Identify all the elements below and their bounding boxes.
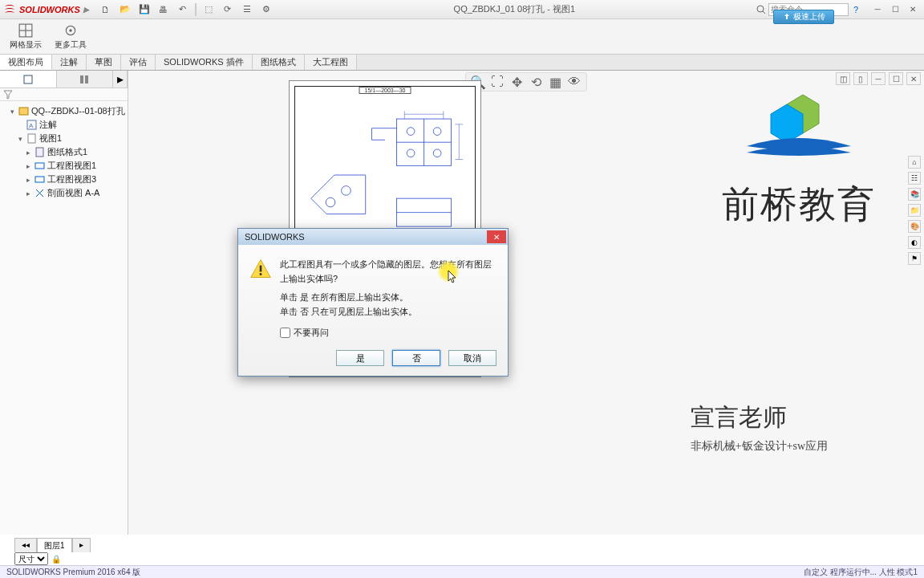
svg-rect-15 xyxy=(35,163,44,169)
window-controls: ─ ☐ ✕ xyxy=(869,3,921,16)
yes-button[interactable]: 是 xyxy=(336,350,384,366)
tab-annotation[interactable]: 注解 xyxy=(52,55,87,70)
save-icon[interactable]: 💾 xyxy=(137,2,152,17)
app-logo: SOLIDWORKS ▶ xyxy=(3,3,89,16)
cancel-button[interactable]: 取消 xyxy=(448,350,496,366)
feature-tabs: 视图布局 注解 草图 评估 SOLIDWORKS 插件 图纸格式 大工程图 xyxy=(0,55,924,71)
maximize-button[interactable]: ☐ xyxy=(887,3,903,16)
zoom-area-icon[interactable]: ⛶ xyxy=(490,75,505,89)
display-style-icon[interactable]: ▦ xyxy=(548,75,562,89)
feature-tree: ▾QQ--ZBDKJ--01-08打孔 A注解 ▾视图1 ▸图纸格式1 ▸工程图… xyxy=(0,101,128,203)
watermark-brand: 前桥教育 xyxy=(722,88,876,230)
dialog-titlebar: SOLIDWORKS ✕ xyxy=(238,229,508,245)
taskpane-library-icon[interactable]: 📚 xyxy=(908,188,921,201)
svg-point-27 xyxy=(326,197,335,207)
sheet-tab-add[interactable]: ▸ xyxy=(72,538,91,552)
panel-tab-feature[interactable] xyxy=(0,71,57,88)
minimize-button[interactable]: ─ xyxy=(869,3,886,16)
svg-point-28 xyxy=(342,186,351,196)
tab-view-layout[interactable]: 视图布局 xyxy=(0,55,52,70)
doc-min[interactable]: ─ xyxy=(871,72,886,85)
open-icon[interactable]: 📂 xyxy=(118,2,132,17)
drawing-views xyxy=(303,103,467,247)
svg-rect-13 xyxy=(28,134,35,143)
new-icon[interactable]: 🗋 xyxy=(99,2,113,17)
ribbon-grid-display[interactable]: 网格显示 xyxy=(6,21,45,52)
rotate-icon[interactable]: ⟲ xyxy=(529,75,543,89)
pan-icon[interactable]: ✥ xyxy=(509,75,524,89)
status-left: SOLIDWORKS Premium 2016 x64 版 xyxy=(6,567,140,578)
scale-select[interactable]: 尺寸 xyxy=(14,552,48,565)
panel-tab-collapse[interactable]: ▸ xyxy=(113,71,128,88)
no-button[interactable]: 否 xyxy=(392,350,440,366)
svg-point-22 xyxy=(407,149,415,157)
feature-manager-panel: ▸ ▾QQ--ZBDKJ--01-08打孔 A注解 ▾视图1 ▸图纸格式1 ▸工… xyxy=(0,71,128,535)
svg-rect-8 xyxy=(80,75,83,83)
print-icon[interactable]: 🖶 xyxy=(156,2,171,17)
grid-icon xyxy=(18,23,33,38)
tab-sketch[interactable]: 草图 xyxy=(87,55,121,70)
quick-access-toolbar: 🗋 📂 💾 🖶 ↶ ⬚ ⟳ ☰ ⚙ xyxy=(99,2,274,17)
panel-tabs: ▸ xyxy=(0,71,128,88)
taskpane-resources-icon[interactable]: ☷ xyxy=(908,172,921,185)
undo-icon[interactable]: ↶ xyxy=(176,2,190,17)
tab-large-drawing[interactable]: 大工程图 xyxy=(305,55,357,70)
doc-tile[interactable]: ▯ xyxy=(853,72,868,85)
rebuild-icon[interactable]: ⟳ xyxy=(221,2,235,17)
task-pane-tabs: ⌂ ☷ 📚 📁 🎨 ◐ ⚑ xyxy=(908,156,922,265)
upload-badge[interactable]: 极速上传 xyxy=(773,10,834,24)
svg-line-1 xyxy=(763,11,765,14)
svg-rect-14 xyxy=(36,148,43,157)
scale-lock-icon[interactable]: 🔒 xyxy=(51,555,61,564)
select-icon[interactable]: ⬚ xyxy=(201,2,216,17)
svg-rect-10 xyxy=(19,108,28,115)
doc-max[interactable]: ☐ xyxy=(889,72,903,85)
svg-point-21 xyxy=(433,128,441,136)
dialog-body: 此工程图具有一个或多个隐藏的图层。您想在所有图层上输出实体吗? 单击 是 在所有… xyxy=(238,245,508,376)
dialog-close-button[interactable]: ✕ xyxy=(487,230,506,243)
tree-view3[interactable]: ▸工程图视图3 xyxy=(2,173,126,186)
taskpane-appearance-icon[interactable]: ◐ xyxy=(908,236,921,249)
tab-evaluate[interactable]: 评估 xyxy=(121,55,156,70)
tree-sheet-format[interactable]: ▸图纸格式1 xyxy=(2,145,126,159)
svg-text:A: A xyxy=(29,122,34,129)
sheet-header-label: 15/1—2003—30 xyxy=(359,87,411,94)
svg-rect-37 xyxy=(260,266,262,272)
filter-icon[interactable] xyxy=(3,90,13,100)
taskpane-palette-icon[interactable]: 🎨 xyxy=(908,220,921,233)
panel-tab-property[interactable] xyxy=(57,71,114,88)
options-icon[interactable]: ☰ xyxy=(240,2,254,17)
watermark-logo-icon xyxy=(739,88,859,161)
taskpane-custom-icon[interactable]: ⚑ xyxy=(908,252,921,265)
svg-rect-38 xyxy=(260,273,262,275)
tree-annotations[interactable]: A注解 xyxy=(2,118,126,132)
separator xyxy=(195,3,197,16)
tree-section-aa[interactable]: ▸剖面视图 A-A xyxy=(2,186,126,200)
tree-view1[interactable]: ▸工程图视图1 xyxy=(2,159,126,173)
solidworks-icon xyxy=(3,3,16,16)
taskpane-home-icon[interactable]: ⌂ xyxy=(908,156,921,169)
settings-icon[interactable]: ⚙ xyxy=(259,2,274,17)
tree-root[interactable]: ▾QQ--ZBDKJ--01-08打孔 xyxy=(2,104,126,118)
watermark-author: 宣言老师 非标机械+钣金设计+sw应用 xyxy=(691,401,828,454)
tree-sheet1[interactable]: ▾视图1 xyxy=(2,132,126,145)
dont-ask-checkbox[interactable]: 不要再问 xyxy=(280,327,496,339)
document-window-buttons: ◫ ▯ ─ ☐ ✕ xyxy=(836,72,921,85)
svg-rect-9 xyxy=(85,75,88,83)
svg-rect-16 xyxy=(35,177,44,182)
svg-point-23 xyxy=(433,149,441,157)
doc-new-window[interactable]: ◫ xyxy=(836,72,850,85)
help-icon[interactable]: ? xyxy=(849,5,863,14)
dialog-message: 此工程图具有一个或多个隐藏的图层。您想在所有图层上输出实体吗? 单击 是 在所有… xyxy=(280,258,496,319)
doc-close[interactable]: ✕ xyxy=(906,72,921,85)
tab-addins[interactable]: SOLIDWORKS 插件 xyxy=(156,55,253,70)
svg-point-0 xyxy=(757,6,764,12)
dialog-title: SOLIDWORKS xyxy=(245,232,305,242)
tab-sheet-format[interactable]: 图纸格式 xyxy=(253,55,305,70)
dont-ask-input[interactable] xyxy=(280,328,290,338)
tools-icon xyxy=(63,23,78,38)
close-button[interactable]: ✕ xyxy=(905,3,921,16)
hide-show-icon[interactable]: 👁 xyxy=(567,75,582,89)
ribbon-more-tools[interactable]: 更多工具 xyxy=(51,21,90,52)
taskpane-explorer-icon[interactable]: 📁 xyxy=(908,204,921,217)
